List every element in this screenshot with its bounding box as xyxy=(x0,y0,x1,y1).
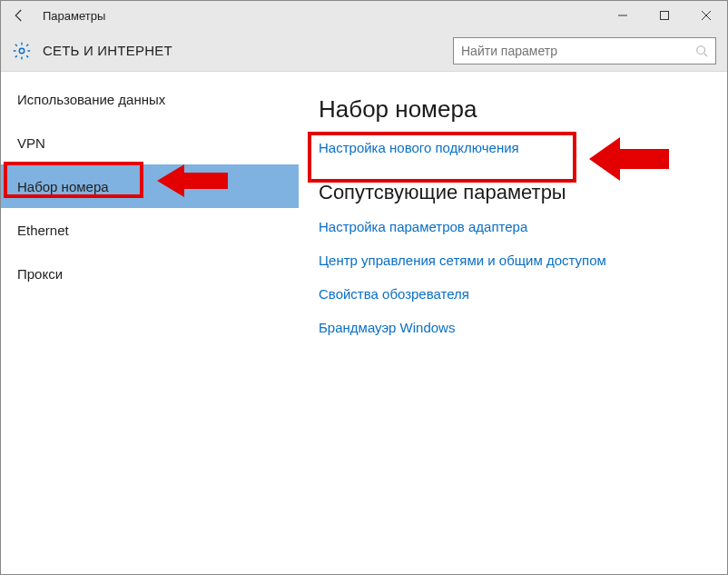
link-browser-properties[interactable]: Свойства обозревателя xyxy=(319,286,707,302)
related-heading: Сопутсвующие параметры xyxy=(319,181,707,204)
svg-point-4 xyxy=(19,48,25,54)
body: Использование данных VPN Набор номера Et… xyxy=(1,72,727,574)
minimize-button[interactable] xyxy=(602,1,644,30)
sidebar-item-label: Прокси xyxy=(17,266,63,282)
sidebar-item-proxy[interactable]: Прокси xyxy=(1,252,299,295)
search-icon xyxy=(695,45,708,57)
link-windows-firewall[interactable]: Брандмауэр Windows xyxy=(319,320,707,335)
sidebar-item-ethernet[interactable]: Ethernet xyxy=(1,208,299,252)
link-adapter-settings[interactable]: Настройка параметров адаптера xyxy=(319,219,707,234)
window-controls xyxy=(602,1,727,30)
close-button[interactable] xyxy=(685,1,727,30)
sidebar-item-data-usage[interactable]: Использование данных xyxy=(1,77,299,121)
sidebar-item-label: Использование данных xyxy=(17,92,165,107)
sidebar-item-label: Ethernet xyxy=(17,223,69,238)
link-new-connection[interactable]: Настройка нового подключения xyxy=(319,140,707,155)
sidebar: Использование данных VPN Набор номера Et… xyxy=(1,72,299,574)
maximize-button[interactable] xyxy=(644,1,685,30)
back-button[interactable] xyxy=(8,5,30,26)
window-title: Параметры xyxy=(43,9,105,23)
sidebar-item-vpn[interactable]: VPN xyxy=(1,121,299,164)
close-icon xyxy=(701,10,712,21)
titlebar-left: Параметры xyxy=(8,5,105,26)
arrow-left-icon xyxy=(11,7,27,24)
maximize-icon xyxy=(659,10,670,21)
svg-point-5 xyxy=(697,45,705,54)
category-title: СЕТЬ И ИНТЕРНЕТ xyxy=(43,43,172,58)
header-row: СЕТЬ И ИНТЕРНЕТ xyxy=(1,30,727,72)
svg-line-6 xyxy=(704,53,708,56)
svg-rect-1 xyxy=(661,12,669,20)
header-left: СЕТЬ И ИНТЕРНЕТ xyxy=(12,41,172,61)
sidebar-item-label: VPN xyxy=(17,135,45,151)
search-input[interactable] xyxy=(461,44,695,58)
titlebar: Параметры xyxy=(1,1,727,30)
sidebar-item-dialup[interactable]: Набор номера xyxy=(1,164,299,208)
minimize-icon xyxy=(617,10,628,21)
gear-icon xyxy=(12,41,32,61)
link-network-sharing-center[interactable]: Центр управления сетями и общим доступом xyxy=(319,253,707,268)
content-pane: Набор номера Настройка нового подключени… xyxy=(299,72,727,574)
sidebar-item-label: Набор номера xyxy=(17,179,109,194)
page-heading: Набор номера xyxy=(319,95,707,124)
search-box[interactable] xyxy=(453,37,716,64)
settings-window: Параметры СЕТЬ И ИНТЕРНЕТ xyxy=(0,0,728,575)
